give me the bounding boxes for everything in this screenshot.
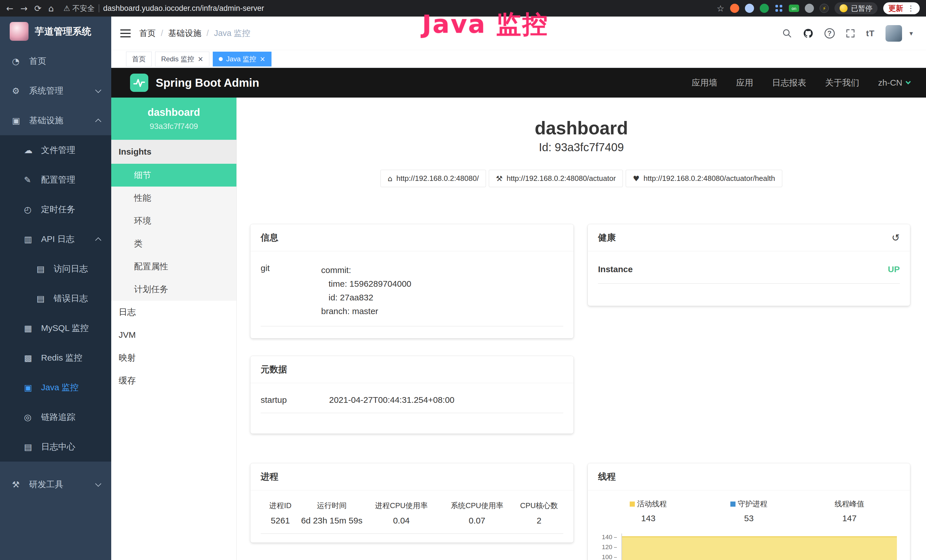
breadcrumb-infrastructure[interactable]: 基础设施	[168, 28, 201, 39]
forward-icon[interactable]: →	[20, 3, 27, 14]
threads-legend: 活动线程 143 守护进程	[598, 494, 900, 523]
sidebar-item-system-mgmt[interactable]: ⚙ 系统管理	[0, 76, 111, 106]
ext-gray-icon[interactable]	[805, 4, 814, 13]
sba-content: dashboard Id: 93a3fc7f7409 ⌂ http://192.…	[237, 98, 926, 560]
sba-nav-applications[interactable]: 应用	[736, 77, 753, 89]
user-avatar[interactable]	[885, 25, 902, 42]
process-card: 进程 进程ID 5261 运行时间 6d 23h 15m 59	[250, 463, 573, 543]
help-icon[interactable]: ?	[825, 28, 835, 38]
user-menu-caret-icon[interactable]: ▾	[909, 29, 913, 37]
github-icon[interactable]	[803, 28, 814, 39]
sidebar-item-label: 访问日志	[54, 263, 88, 275]
sba-logo-icon[interactable]	[130, 74, 148, 92]
ext-green-icon[interactable]	[760, 4, 769, 13]
legend-peak-threads: 线程峰值 147	[799, 499, 900, 523]
browser-extensions-area: ☆ on ⚡ 已暂停 更新 ⋮	[717, 2, 920, 14]
sba-nav-journal[interactable]: 日志报表	[772, 77, 806, 89]
sba-nav-wallboard[interactable]: 应用墙	[691, 77, 717, 89]
reload-icon[interactable]: ⟳	[34, 3, 41, 14]
cloud-icon: ☁	[24, 145, 35, 155]
infrastructure-submenu: ☁ 文件管理 ✎ 配置管理 ◴ 定时任务 ▥ API 日志 ▤ 访问日志 ▤	[0, 135, 111, 462]
sba-menu-mappings[interactable]: 映射	[111, 346, 236, 369]
breadcrumb-home[interactable]: 首页	[139, 28, 156, 39]
sidebar-item-file-mgmt[interactable]: ☁ 文件管理	[0, 135, 111, 165]
chrome-update-button[interactable]: 更新 ⋮	[883, 2, 920, 14]
update-label: 更新	[888, 3, 903, 14]
sba-menu-details[interactable]: 细节	[111, 164, 236, 186]
sba-menu-config-props[interactable]: 配置属性	[111, 255, 236, 278]
sba-menu-performance[interactable]: 性能	[111, 186, 236, 209]
bookmark-star-icon[interactable]: ☆	[717, 3, 724, 14]
sidebar-item-api-logs[interactable]: ▥ API 日志	[0, 224, 111, 254]
tab-home[interactable]: 首页	[126, 51, 152, 67]
instance-id: 93a3fc7f7409	[150, 122, 198, 131]
sidebar-item-label: Redis 监控	[41, 352, 82, 364]
sba-menu-classes[interactable]: 类	[111, 232, 236, 255]
sidebar-item-scheduled-jobs[interactable]: ◴ 定时任务	[0, 195, 111, 224]
url-text[interactable]: dashboard.yudao.iocoder.cn/infra/admin-s…	[103, 4, 264, 13]
home-icon: ⌂	[387, 174, 392, 183]
browser-home-icon[interactable]: ⌂	[48, 3, 54, 14]
chevron-up-icon	[95, 118, 101, 124]
service-url-link[interactable]: ⌂ http://192.168.0.2:48080/	[380, 170, 486, 187]
sidebar-item-dev-tools[interactable]: ⚒ 研发工具	[0, 469, 111, 499]
ext-on-toggle-icon[interactable]: on	[789, 5, 799, 12]
sidebar-item-home[interactable]: ◔ 首页	[0, 46, 111, 76]
brand-title: 芋道管理系统	[35, 25, 91, 38]
sidebar-item-redis-monitor[interactable]: ▩ Redis 监控	[0, 343, 111, 372]
sidebar-item-label: 基础设施	[29, 115, 63, 126]
sidebar-item-log-center[interactable]: ▤ 日志中心	[0, 432, 111, 462]
back-icon[interactable]: ←	[6, 3, 14, 14]
tab-label: Java 监控	[226, 54, 256, 64]
sidebar-item-config-mgmt[interactable]: ✎ 配置管理	[0, 165, 111, 195]
process-column: 进程ID 5261	[261, 501, 300, 525]
ext-droplet-icon[interactable]	[745, 4, 754, 13]
language-label: zh-CN	[878, 78, 902, 88]
sidebar-item-label: 链路追踪	[41, 412, 75, 423]
sba-menu-logs[interactable]: 日志	[111, 301, 236, 324]
actuator-url-link[interactable]: ⚒ http://192.168.0.2:48080/actuator	[489, 170, 623, 187]
browser-menu-icon[interactable]: ⋮	[907, 4, 915, 12]
address-bar[interactable]: ⚠ 不安全 dashboard.yudao.iocoder.cn/infra/a…	[63, 3, 264, 14]
brand-avatar	[10, 22, 29, 41]
sidebar-item-tracing[interactable]: ◎ 链路追踪	[0, 402, 111, 432]
sba-menu-caches[interactable]: 缓存	[111, 369, 236, 392]
brand-logo[interactable]: 芋道管理系统	[0, 17, 111, 46]
health-url-link[interactable]: ♥ http://192.168.0.2:48080/actuator/heal…	[626, 170, 782, 187]
card-title: 元数据	[250, 356, 573, 383]
document-icon: ▤	[24, 442, 35, 452]
sba-menu-scheduled-tasks[interactable]: 计划任务	[111, 278, 236, 301]
ext-bolt-icon[interactable]: ⚡	[820, 4, 829, 13]
not-secure-label: 不安全	[73, 3, 95, 14]
ext-grid-icon[interactable]	[775, 4, 783, 12]
health-key: Instance	[598, 265, 633, 274]
breadcrumb-current: Java 监控	[214, 28, 250, 39]
history-icon[interactable]: ↺	[892, 232, 900, 243]
sba-menu-jvm[interactable]: JVM	[111, 324, 236, 346]
tab-redis-monitor[interactable]: Redis 监控 ×	[155, 51, 209, 67]
sba-menu-environment[interactable]: 环境	[111, 209, 236, 232]
sidebar-item-error-logs[interactable]: ▤ 错误日志	[0, 283, 111, 313]
language-selector[interactable]: zh-CN	[878, 78, 910, 88]
sidebar-item-java-monitor[interactable]: ▣ Java 监控	[0, 372, 111, 402]
breadcrumb-separator: /	[161, 29, 163, 38]
collapse-menu-icon[interactable]	[120, 29, 131, 37]
fullscreen-icon[interactable]	[846, 29, 855, 38]
profile-paused-pill[interactable]: 已暂停	[834, 2, 878, 14]
sidebar-item-infrastructure[interactable]: ▣ 基础设施	[0, 106, 111, 135]
close-icon[interactable]: ×	[260, 55, 265, 63]
emoji-avatar-icon	[840, 4, 847, 12]
process-column: CPU核心数 2	[515, 501, 563, 525]
tab-java-monitor[interactable]: Java 监控 ×	[213, 51, 271, 67]
sidebar-item-mysql-monitor[interactable]: ▦ MySQL 监控	[0, 313, 111, 343]
info-key: git	[261, 263, 321, 318]
ext-orange-icon[interactable]	[730, 4, 739, 13]
sidebar-item-access-logs[interactable]: ▤ 访问日志	[0, 254, 111, 283]
gauge-icon: ◔	[12, 56, 23, 66]
close-icon[interactable]: ×	[198, 55, 203, 63]
search-icon[interactable]	[782, 29, 792, 38]
sidebar-item-label: 日志中心	[41, 441, 75, 453]
sba-nav-about[interactable]: 关于我们	[825, 77, 859, 89]
address-divider	[99, 4, 99, 12]
font-size-icon[interactable]: tT	[866, 29, 875, 38]
